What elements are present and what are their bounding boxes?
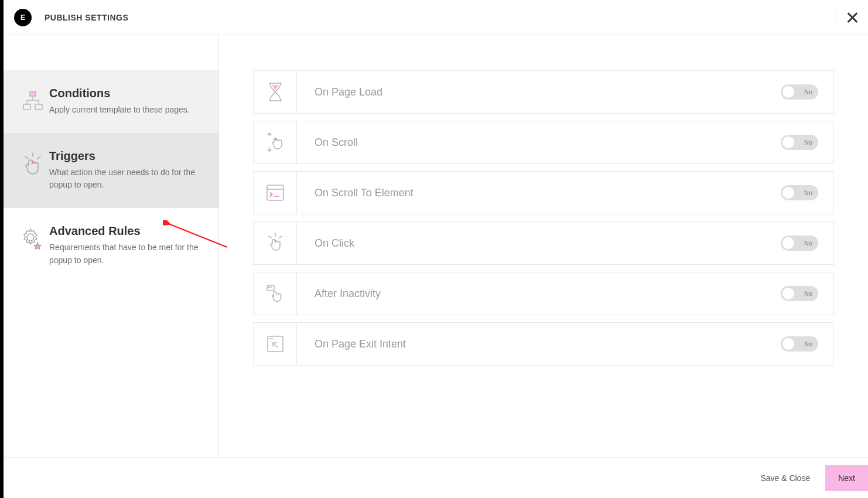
svg-rect-1 (23, 104, 30, 110)
svg-point-23 (271, 338, 272, 339)
save-close-button[interactable]: Save & Close (745, 468, 825, 489)
toggle-on-page-exit-intent[interactable]: No (781, 336, 818, 352)
click-icon (16, 149, 49, 178)
svg-rect-0 (30, 91, 36, 96)
sidebar: Conditions Apply current template to the… (4, 35, 219, 457)
next-button[interactable]: Next (825, 465, 868, 491)
click-icon (254, 222, 297, 264)
toggle-knob (782, 237, 794, 249)
toggle-on-scroll-to-element[interactable]: No (781, 185, 818, 200)
sidebar-item-advanced-rules[interactable]: Advanced Rules Requirements that have to… (4, 208, 218, 283)
sidebar-item-triggers[interactable]: Triggers What action the user needs to d… (4, 133, 218, 208)
sidebar-item-conditions[interactable]: Conditions Apply current template to the… (4, 70, 218, 133)
svg-point-6 (32, 161, 34, 163)
sidebar-item-title: Triggers (49, 149, 202, 163)
toggle-state-label: No (804, 240, 812, 247)
trigger-label: On Scroll (297, 137, 781, 149)
svg-line-15 (269, 236, 271, 238)
toggle-knob (782, 338, 794, 350)
toggle-knob (782, 288, 794, 299)
trigger-row-on-page-load[interactable]: On Page Load No (253, 70, 834, 114)
main-panel: On Page Load No On Scroll No (219, 35, 868, 457)
toggle-knob (782, 187, 794, 199)
svg-point-19 (268, 286, 269, 288)
hierarchy-icon (16, 87, 49, 112)
toggle-knob (782, 86, 794, 98)
svg-line-16 (279, 236, 282, 238)
header-bar: E PUBLISH SETTINGS (4, 0, 868, 35)
close-icon[interactable] (846, 11, 859, 24)
toggle-after-inactivity[interactable]: No (781, 286, 818, 301)
sidebar-item-title: Conditions (49, 87, 202, 100)
scroll-icon (254, 121, 297, 163)
trigger-label: On Page Exit Intent (297, 338, 781, 350)
hourglass-icon (254, 71, 297, 113)
svg-point-20 (270, 286, 271, 288)
trigger-row-on-click[interactable]: On Click No (253, 221, 834, 265)
toggle-state-label: No (804, 340, 812, 347)
sidebar-item-desc: Apply current template to these pages. (49, 104, 202, 117)
header-divider (836, 8, 836, 27)
svg-point-22 (269, 338, 270, 339)
footer-bar: Save & Close Next (4, 457, 868, 498)
terminal-window-icon (254, 172, 297, 214)
toggle-state-label: No (804, 88, 812, 95)
svg-line-4 (25, 156, 28, 159)
trigger-label: On Click (297, 237, 781, 250)
svg-point-10 (274, 138, 276, 140)
toggle-state-label: No (804, 290, 812, 297)
toggle-on-page-load[interactable]: No (781, 84, 818, 100)
sidebar-item-desc: What action the user needs to do for the… (49, 166, 202, 192)
toggle-on-scroll[interactable]: No (781, 135, 818, 150)
trigger-row-on-scroll[interactable]: On Scroll No (253, 121, 834, 164)
elementor-logo-icon: E (14, 9, 32, 26)
trigger-row-after-inactivity[interactable]: After Inactivity No (253, 272, 834, 315)
svg-point-7 (27, 234, 34, 241)
trigger-label: After Inactivity (297, 288, 781, 300)
svg-point-17 (274, 240, 276, 241)
page-title: PUBLISH SETTINGS (45, 13, 128, 22)
sidebar-item-title: Advanced Rules (49, 224, 202, 238)
sidebar-item-desc: Requirements that have to be met for the… (49, 241, 202, 267)
gear-star-icon (16, 224, 49, 253)
toggle-on-click[interactable]: No (781, 236, 818, 251)
trigger-label: On Scroll To Element (297, 187, 781, 199)
svg-line-5 (37, 156, 40, 159)
exit-window-icon (254, 323, 297, 365)
logo-text: E (20, 13, 25, 22)
toggle-state-label: No (804, 189, 812, 196)
toggle-state-label: No (804, 139, 812, 146)
trigger-row-on-page-exit-intent[interactable]: On Page Exit Intent No (253, 322, 834, 366)
inactive-hand-icon (254, 272, 297, 315)
svg-rect-2 (35, 104, 42, 110)
trigger-label: On Page Load (297, 86, 781, 98)
toggle-knob (782, 137, 794, 148)
svg-rect-18 (267, 285, 274, 291)
trigger-row-on-scroll-to-element[interactable]: On Scroll To Element No (253, 171, 834, 214)
